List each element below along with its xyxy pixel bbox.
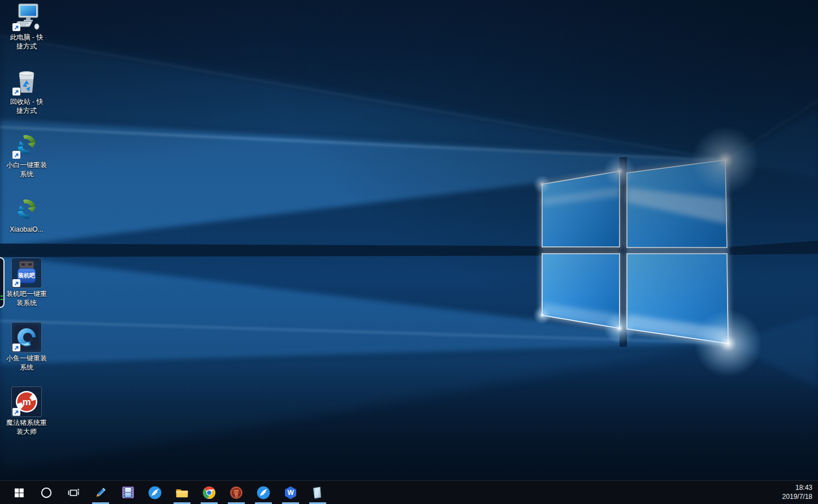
- taskbar: W 18:43 2019/7/18: [0, 480, 818, 504]
- taskbar-clock[interactable]: 18:43 2019/7/18: [779, 481, 818, 504]
- search-circle-icon: [40, 486, 53, 499]
- taskbar-app-pencil[interactable]: [87, 481, 114, 504]
- svg-text:W: W: [287, 489, 294, 497]
- desktop-icon-label: 小白一键重装 系统: [6, 161, 47, 179]
- xiaobai-o-icon: [12, 194, 41, 224]
- shortcut-arrow-icon: [12, 279, 20, 287]
- taskbar-app-wps[interactable]: W: [277, 481, 304, 504]
- chrome-icon: [202, 485, 217, 500]
- desktop-icon-mofazhu[interactable]: m 魔法猪系统重 装大师: [5, 386, 49, 436]
- pencil-app-icon: [93, 485, 108, 500]
- desktop-icon-label: 回收站 - 快 捷方式: [10, 98, 44, 115]
- green-stripe: [1, 299, 3, 300]
- taskbar-app-notepad[interactable]: [304, 481, 331, 504]
- task-view-button[interactable]: [60, 481, 87, 504]
- desktop-icon-this-pc[interactable]: 此电脑 - 快 捷方式: [5, 2, 49, 51]
- wing-app-icon: [256, 485, 271, 500]
- task-view-icon: [67, 486, 80, 499]
- taskbar-app-chrome[interactable]: [196, 481, 223, 504]
- desktop-icon-label: XiaobaiO...: [10, 225, 43, 234]
- notepad-icon: [310, 485, 325, 500]
- shortcut-arrow-icon: [12, 344, 20, 351]
- desktop-icon-xiaobai[interactable]: 小白一键重装 系统: [5, 130, 49, 179]
- desktop-icon-xiaoyu[interactable]: 小鱼一键重装 系统: [5, 322, 49, 372]
- wallpaper: [0, 0, 818, 504]
- hidden-window-edge[interactable]: [0, 257, 5, 308]
- shortcut-arrow-icon: [12, 88, 20, 95]
- shortcut-arrow-icon: [12, 408, 20, 416]
- desktop-icon-label: 小鱼一键重装 系统: [6, 354, 47, 372]
- taskbar-app-video[interactable]: [114, 481, 141, 504]
- taskbar-app-wing-2[interactable]: [250, 481, 277, 504]
- start-button[interactable]: [6, 481, 33, 504]
- svg-text:m: m: [22, 397, 31, 407]
- desktop-icon-xiaobai-o[interactable]: XiaobaiO...: [5, 194, 49, 234]
- taskbar-app-file-explorer[interactable]: [168, 481, 196, 504]
- red-seal-app-icon: [229, 485, 244, 500]
- desktop-icon-label: 魔法猪系统重 装大师: [6, 419, 47, 436]
- windows-logo-icon: [12, 486, 26, 499]
- folder-icon: [175, 485, 189, 500]
- cortana-search-button[interactable]: [33, 481, 60, 504]
- taskbar-app-red-seal[interactable]: [223, 481, 250, 504]
- svg-text:装机吧: 装机吧: [18, 272, 35, 279]
- green-stripe: [1, 296, 3, 297]
- desktop-icon-zhuangjiba[interactable]: 装机吧 装机吧一键重 装系统: [5, 258, 49, 307]
- shortcut-arrow-icon: [12, 23, 20, 31]
- desktop-icon-recycle-bin[interactable]: 回收站 - 快 捷方式: [5, 67, 49, 115]
- desktop-icon-label: 此电脑 - 快 捷方式: [10, 33, 44, 51]
- taskbar-app-wing-1[interactable]: [141, 481, 168, 504]
- windows-desktop: 此电脑 - 快 捷方式 回收站 - 快 捷方式: [0, 0, 818, 504]
- clock-time: 18:43: [782, 483, 812, 492]
- video-app-icon: [121, 485, 135, 499]
- shortcut-arrow-icon: [12, 151, 20, 159]
- desktop-icon-label: 装机吧一键重 装系统: [6, 290, 47, 307]
- wing-app-icon: [148, 485, 162, 500]
- wps-office-icon: W: [283, 485, 298, 500]
- clock-date: 2019/7/18: [782, 492, 812, 501]
